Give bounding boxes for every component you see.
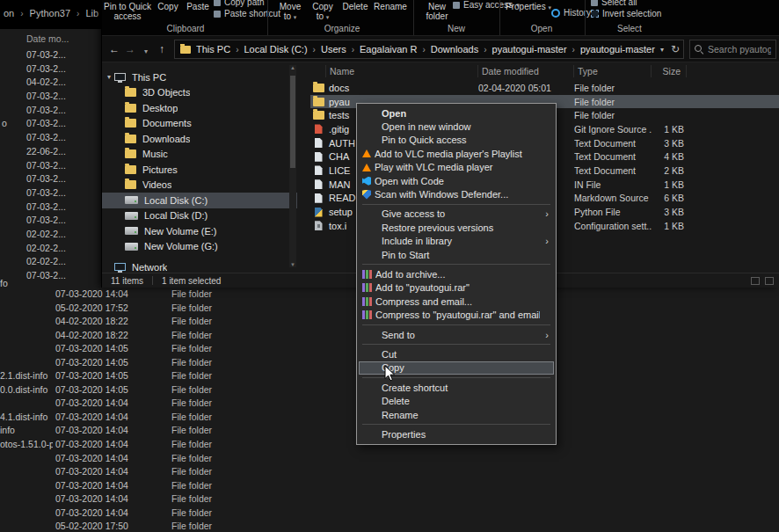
sidebar-item[interactable]: ▾ Documents	[102, 116, 297, 132]
breadcrumb-segment[interactable]: Local Disk (C:)	[244, 44, 320, 55]
expand-chevron-icon[interactable]: ▾	[104, 73, 114, 81]
context-menu-item[interactable]: Compress to "pyautogui.rar" and email ›	[357, 308, 556, 321]
details-view-icon[interactable]	[751, 277, 760, 285]
sidebar-item[interactable]: ▾ Videos	[102, 178, 297, 193]
refresh-icon[interactable]: ↻	[671, 43, 680, 55]
background-file-row[interactable]: 04-02-2020 18:22 File folder	[0, 315, 352, 329]
delete-button[interactable]: Delete	[339, 2, 371, 11]
context-menu-item[interactable]: ›	[357, 421, 556, 427]
background-file-row[interactable]: 2.1.dist-info 07-03-2020 14:05 File fold…	[0, 369, 352, 383]
address-dropdown-icon[interactable]: ▾	[660, 46, 664, 54]
context-menu-item[interactable]: Rename ›	[357, 408, 556, 421]
breadcrumb-segment[interactable]: on	[4, 8, 30, 18]
background-file-row[interactable]: 07-03-2020 14:04 File folder	[0, 288, 352, 302]
context-menu-item[interactable]: ›	[357, 201, 556, 208]
context-menu-item[interactable]: ›	[357, 341, 556, 347]
background-file-row[interactable]: 07-03-2020 14:04 File folder	[0, 465, 352, 479]
background-file-row[interactable]: 05-02-2020 17:50 File folder	[0, 520, 352, 532]
background-file-row[interactable]: 07-03-2020 14:04 File folder	[0, 506, 352, 521]
background-file-row[interactable]: 4.1.dist-info 07-03-2020 14:04 File fold…	[0, 411, 352, 425]
scroll-up-icon[interactable]: ▲	[289, 65, 296, 70]
sidebar-item[interactable]: ▾ New Volume (G:)	[102, 239, 297, 255]
sidebar-item[interactable]: ▾ Music	[102, 147, 297, 163]
file-row[interactable]: docs 02-04-2020 05:01 File folder	[310, 81, 779, 95]
context-menu-item[interactable]: Pin to Quick access ›	[357, 134, 556, 147]
context-menu-item[interactable]: Scan with Windows Defender... ›	[357, 187, 556, 200]
select-all-button[interactable]: Select all	[591, 0, 637, 7]
column-header-type[interactable]: Type	[574, 65, 652, 77]
pin-to-quick-access-button[interactable]: Pin to Quickaccess	[104, 2, 151, 21]
context-menu-item[interactable]: Include in library ›	[357, 235, 556, 248]
back-button[interactable]: ←	[107, 43, 121, 55]
background-file-row[interactable]: 05-02-2020 17:52 File folder	[0, 302, 352, 316]
search-box[interactable]	[689, 40, 776, 59]
breadcrumb-segment[interactable]: Users	[321, 44, 360, 55]
background-file-row[interactable]: 07-03-2020 14:04 File folder	[0, 397, 352, 411]
context-menu-item[interactable]: Pin to Start ›	[357, 248, 556, 261]
context-menu-item[interactable]: Add to archive... ›	[357, 267, 556, 281]
column-header-date-modified[interactable]: Date modified	[478, 65, 574, 77]
background-file-row[interactable]: 07-03-2020 14:04 File folder	[0, 479, 352, 493]
background-column-header-date-modified[interactable]: Date mo...	[26, 33, 69, 44]
sidebar-item[interactable]: ▾ This PC	[102, 69, 297, 85]
background-file-row[interactable]: 07-03-2020 14:04 File folder	[0, 492, 352, 506]
context-menu-item[interactable]: Properties ›	[357, 427, 556, 441]
scrollbar-thumb[interactable]	[290, 76, 295, 168]
sidebar-item[interactable]: ▾ Pictures	[102, 162, 297, 178]
background-file-row[interactable]: 07-03-2020 14:05 File folder	[0, 356, 352, 370]
sidebar-item[interactable]: ▾ Local Disk (C:)	[102, 193, 297, 208]
sidebar-item[interactable]: ▾ 3D Objects	[102, 85, 297, 101]
paste-button[interactable]: Paste	[184, 2, 212, 11]
move-to-button[interactable]: Moveto ▾	[274, 2, 306, 22]
breadcrumb-segment[interactable]: Eagalaivan R	[360, 44, 431, 55]
thumbnails-view-icon[interactable]	[765, 277, 774, 285]
forward-button[interactable]: →	[123, 43, 137, 55]
invert-selection-button[interactable]: Invert selection	[591, 9, 661, 18]
context-menu-item[interactable]: ›	[357, 261, 556, 267]
context-menu-item[interactable]: Create shortcut ›	[357, 381, 556, 394]
breadcrumb-segment[interactable]: pyautogui-master	[580, 44, 660, 55]
context-menu-item[interactable]: Open with Code ›	[357, 174, 556, 187]
breadcrumb-segment[interactable]: Python37	[30, 8, 86, 18]
sidebar-item[interactable]: ▾ New Volume (E:)	[102, 223, 297, 239]
context-menu-item[interactable]: ›	[357, 322, 556, 328]
breadcrumb-segment[interactable]: pyautogui-master	[492, 44, 580, 55]
sidebar-scrollbar[interactable]: ▲ ▼	[289, 65, 296, 267]
sidebar-item[interactable]: ▾ Downloads	[102, 131, 297, 147]
paste-shortcut-button[interactable]: Paste shortcut	[214, 9, 280, 18]
rename-button[interactable]: Rename	[371, 2, 410, 11]
up-button[interactable]: ↑	[155, 43, 169, 55]
scroll-down-icon[interactable]: ▼	[289, 262, 296, 267]
context-menu-item[interactable]: Restore previous versions ›	[357, 221, 556, 234]
breadcrumb-segment[interactable]: This PC	[196, 44, 244, 55]
column-header-name[interactable]: Name	[326, 65, 478, 77]
context-menu-item[interactable]: Give access to ›	[357, 208, 556, 221]
sidebar-item[interactable]: ▾ Desktop	[102, 100, 297, 116]
context-menu-item[interactable]: Compress and email... ›	[357, 295, 556, 308]
context-menu-item[interactable]: Cut ›	[357, 347, 556, 361]
background-file-row[interactable]: 04-02-2020 18:22 File folder	[0, 329, 352, 343]
sidebar-item[interactable]: ▾ Local Disk (D:)	[102, 208, 297, 224]
context-menu-item[interactable]: Open in new window ›	[357, 120, 556, 133]
address-bar[interactable]: This PCLocal Disk (C:)UsersEagalaivan RD…	[174, 40, 684, 59]
properties-button[interactable]: Properties ▾	[505, 2, 552, 12]
context-menu-item[interactable]: Open ›	[357, 106, 556, 120]
copy-to-button[interactable]: Copyto ▾	[307, 2, 339, 22]
background-file-row[interactable]: otos-1.51.0-py3... 07-03-2020 14:04 File…	[0, 438, 352, 452]
search-input[interactable]	[708, 44, 771, 55]
context-menu-item[interactable]: Delete ›	[357, 394, 556, 407]
breadcrumb-segment[interactable]: Downloads	[431, 44, 492, 55]
column-header-size[interactable]: Size	[652, 65, 687, 77]
context-menu-item[interactable]: Add to VLC media player's Playlist ›	[357, 147, 556, 160]
context-menu-item[interactable]: Play with VLC media player ›	[357, 161, 556, 174]
recent-locations-button[interactable]: ▾	[139, 46, 153, 58]
context-menu-item[interactable]: Add to "pyautogui.rar" ›	[357, 281, 556, 295]
background-file-row[interactable]: info 07-03-2020 14:04 File folder	[0, 424, 352, 438]
background-file-row[interactable]: 0.0.dist-info 07-03-2020 14:05 File fold…	[0, 383, 352, 397]
new-folder-button[interactable]: Newfolder	[419, 2, 455, 21]
background-file-row[interactable]: 07-03-2020 14:05 File folder	[0, 342, 352, 356]
copy-button[interactable]: Copy	[153, 2, 183, 11]
context-menu-item[interactable]: Send to ›	[357, 328, 556, 341]
sidebar-item[interactable]: ▾ Network	[102, 259, 297, 273]
copy-path-button[interactable]: Copy path	[214, 0, 265, 7]
